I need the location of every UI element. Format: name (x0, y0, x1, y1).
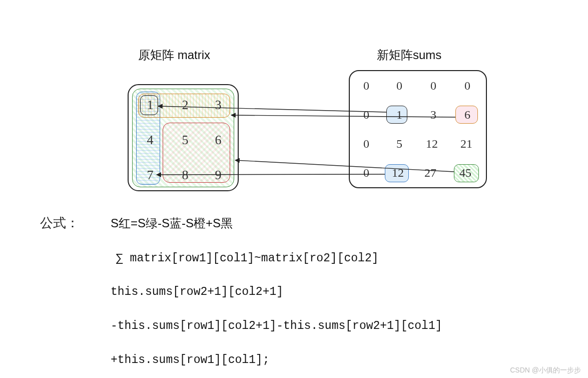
matrix-cell-2-0: 7 (143, 168, 158, 183)
matrix-cell-0-2: 3 (211, 98, 226, 113)
matrix-cell-0-1: 2 (178, 98, 193, 113)
sums-cell-0-2: 0 (423, 79, 443, 93)
sums-cell-0-0: 0 (356, 79, 376, 93)
sums-cell-2-2: 12 (422, 137, 442, 151)
sums-cell-2-3: 21 (456, 137, 476, 151)
matrix-cell-2-2: 9 (211, 168, 226, 183)
sums-cell-1-2: 3 (423, 108, 443, 122)
matrix-title: 原矩阵 matrix (138, 47, 210, 63)
matrix-cell-1-1: 5 (178, 133, 193, 148)
watermark: CSDN @小俱的一步步 (510, 366, 581, 375)
sums-cell-1-1: 1 (389, 108, 409, 122)
formula-expr-1: this.sums[row2+1][col2+1] (111, 285, 283, 298)
matrix-cell-1-2: 6 (211, 133, 226, 148)
matrix-cell-2-1: 8 (178, 168, 193, 183)
formula-sigma: ∑ matrix[row1][col1]~matrix[ro2][col2] (116, 252, 379, 265)
sums-cell-3-0: 0 (356, 166, 376, 180)
sums-cell-2-1: 5 (389, 137, 409, 151)
formula-expr-3: +this.sums[row1][col1]; (111, 353, 269, 366)
sums-cell-2-0: 0 (356, 137, 376, 151)
formula-main: S红=S绿-S蓝-S橙+S黑 (111, 215, 233, 231)
sums-cell-3-1: 12 (388, 166, 408, 180)
formula-label: 公式： (40, 214, 79, 232)
formula-expr-2: -this.sums[row1][col2+1]-this.sums[row2+… (111, 319, 442, 332)
sums-cell-3-2: 27 (420, 166, 440, 180)
sums-cell-1-0: 0 (356, 108, 376, 122)
sums-cell-0-1: 0 (389, 79, 409, 93)
matrix-cell-0-0: 1 (143, 98, 158, 113)
sums-cell-3-3: 45 (455, 166, 475, 180)
sums-cell-0-3: 0 (457, 79, 477, 93)
sums-cell-1-3: 6 (457, 108, 477, 122)
sums-title: 新矩阵sums (377, 47, 441, 63)
matrix-cell-1-0: 4 (143, 133, 158, 148)
